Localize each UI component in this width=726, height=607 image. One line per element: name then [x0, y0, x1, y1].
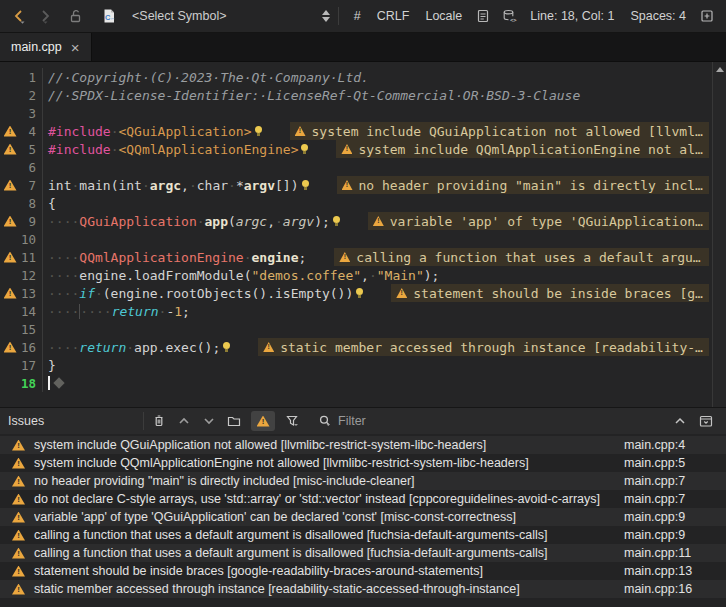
macro-expander-button[interactable]: #: [346, 9, 369, 23]
line-number[interactable]: 12: [20, 268, 42, 283]
code-line-1[interactable]: 1//·Copyright·(C)·2023·The·Qt·Company·Lt…: [0, 68, 726, 86]
code-line-11[interactable]: 11····QQmlApplicationEngine·engine;calli…: [0, 248, 726, 266]
issue-message: static member accessed through instance …: [34, 582, 624, 596]
close-panel-icon[interactable]: [698, 413, 714, 429]
issue-message: statement should be inside braces [googl…: [34, 564, 624, 578]
inline-annotation[interactable]: no header providing "main" is directly i…: [337, 176, 710, 194]
inline-annotation[interactable]: static member accessed through instance …: [258, 338, 709, 356]
tab-close-icon[interactable]: ×: [71, 40, 80, 55]
issue-row[interactable]: do not declare C-style arrays, use 'std:…: [0, 490, 726, 508]
issue-row[interactable]: system include QQmlApplicationEngine not…: [0, 454, 726, 472]
encoding-selector[interactable]: Locale: [417, 9, 470, 23]
gutter-warning-icon[interactable]: [4, 126, 17, 137]
show-warnings-toggle[interactable]: [251, 411, 275, 431]
code-line-3[interactable]: 3: [0, 104, 726, 122]
code-line-18[interactable]: 18: [0, 374, 726, 392]
inline-annotation[interactable]: variable 'app' of type 'QGuiApplication'…: [368, 212, 709, 230]
symbol-selector-dropdown[interactable]: <Select Symbol>: [126, 9, 331, 23]
gutter-warning-icon[interactable]: [4, 342, 17, 353]
issue-location: main.cpp:4: [624, 438, 726, 452]
refactor-hint-icon[interactable]: [302, 180, 309, 187]
code-token: QQmlApplicationEngine: [79, 250, 243, 265]
go-forward-button[interactable]: [32, 3, 58, 29]
line-number[interactable]: 8: [20, 196, 42, 211]
filter-input[interactable]: [338, 414, 458, 428]
refactor-hint-icon[interactable]: [301, 144, 308, 151]
line-number[interactable]: 17: [20, 358, 42, 373]
inline-annotation[interactable]: system include QGuiApplication not allow…: [290, 122, 709, 140]
cursor-position-indicator[interactable]: Line: 18, Col: 1: [522, 9, 622, 23]
gutter-warning-icon[interactable]: [4, 216, 17, 227]
tab-main-cpp[interactable]: main.cpp ×: [0, 33, 92, 61]
issue-row[interactable]: system include QGuiApplication not allow…: [0, 436, 726, 454]
line-number[interactable]: 10: [20, 232, 42, 247]
line-number[interactable]: 14: [20, 304, 42, 319]
issue-row[interactable]: variable 'app' of type 'QGuiApplication'…: [0, 508, 726, 526]
previous-issue-icon[interactable]: [176, 413, 192, 429]
pin-file-button[interactable]: [62, 3, 88, 29]
line-number[interactable]: 11: [20, 250, 42, 265]
code-line-4[interactable]: 4#include·<QGuiApplication>system includ…: [0, 122, 726, 140]
next-issue-icon[interactable]: [201, 413, 217, 429]
line-number[interactable]: 1: [20, 70, 42, 85]
line-number[interactable]: 15: [20, 322, 42, 337]
issue-row[interactable]: calling a function that uses a default a…: [0, 526, 726, 544]
filter-categories-icon[interactable]: [284, 413, 300, 429]
code-line-15[interactable]: 15: [0, 320, 726, 338]
indentation-indicator[interactable]: Spaces: 4: [622, 9, 694, 23]
code-line-17[interactable]: 17}: [0, 356, 726, 374]
line-number[interactable]: 2: [20, 88, 42, 103]
refactor-hint-icon[interactable]: [255, 126, 262, 133]
code-line-10[interactable]: 10: [0, 230, 726, 248]
line-number[interactable]: 6: [20, 160, 42, 175]
code-content: #include·<QQmlApplicationEngine>system i…: [43, 140, 709, 158]
line-ending-selector[interactable]: CRLF: [369, 9, 418, 23]
line-number[interactable]: 4: [20, 124, 42, 139]
code-line-16[interactable]: 16····return·app.exec();static member ac…: [0, 338, 726, 356]
line-number[interactable]: 13: [20, 286, 42, 301]
code-line-8[interactable]: 8{: [0, 194, 726, 212]
line-number[interactable]: 5: [20, 142, 42, 157]
editor-toolbar: C ↔ <Select Symbol> # CRLF Locale <> Lin…: [0, 0, 726, 33]
gutter-warning-icon[interactable]: [4, 144, 17, 155]
gutter-warning-icon[interactable]: [4, 180, 17, 191]
gutter-warning-icon[interactable]: [4, 252, 17, 263]
line-number[interactable]: 3: [20, 106, 42, 121]
split-editor-button[interactable]: [694, 8, 720, 24]
refactor-hint-icon[interactable]: [333, 216, 340, 223]
inline-annotation[interactable]: calling a function that uses a default a…: [334, 248, 709, 266]
issue-warning-icon: [12, 476, 25, 487]
issue-row[interactable]: no header providing "main" is directly i…: [0, 472, 726, 490]
issue-row[interactable]: static member accessed through instance …: [0, 580, 726, 598]
issue-row[interactable]: statement should be inside braces [googl…: [0, 562, 726, 580]
gutter-warning-icon[interactable]: [4, 288, 17, 299]
show-folder-icon[interactable]: [226, 413, 242, 429]
line-number[interactable]: 16: [20, 340, 42, 355]
code-line-6[interactable]: 6: [0, 158, 726, 176]
code-line-14[interactable]: 14········return·-1;: [0, 302, 726, 320]
line-number[interactable]: 7: [20, 178, 42, 193]
code-line-9[interactable]: 9····QGuiApplication·app(argc,·argv);var…: [0, 212, 726, 230]
refactor-hint-icon[interactable]: [356, 288, 363, 295]
line-number[interactable]: 18: [20, 376, 42, 391]
inline-annotation[interactable]: system include QQmlApplicationEngine not…: [336, 140, 709, 158]
line-number[interactable]: 9: [20, 214, 42, 229]
maximize-panel-icon[interactable]: [672, 413, 688, 429]
issues-filter-field[interactable]: [317, 413, 458, 429]
file-properties-button[interactable]: [470, 8, 496, 24]
scroll-up-arrow[interactable]: [713, 62, 726, 77]
code-line-13[interactable]: 13····if·(engine.rootObjects().isEmpty()…: [0, 284, 726, 302]
refactor-hint-icon[interactable]: [223, 342, 230, 349]
code-line-12[interactable]: 12····engine.loadFromModule("demos.coffe…: [0, 266, 726, 284]
code-line-7[interactable]: 7int·main(int·argc,·char·*argv[])no head…: [0, 176, 726, 194]
inline-annotation[interactable]: statement should be inside braces [googl…: [391, 284, 709, 302]
code-model-button[interactable]: <>: [496, 8, 522, 24]
issue-row[interactable]: calling a function that uses a default a…: [0, 544, 726, 562]
file-type-button[interactable]: C ↔: [96, 3, 122, 29]
code-editor[interactable]: 1//·Copyright·(C)·2023·The·Qt·Company·Lt…: [0, 62, 726, 407]
editor-scrollbar[interactable]: [712, 62, 726, 407]
code-line-5[interactable]: 5#include·<QQmlApplicationEngine>system …: [0, 140, 726, 158]
clear-issues-icon[interactable]: [151, 413, 167, 429]
code-line-2[interactable]: 2//·SPDX-License-Identifier:·LicenseRef-…: [0, 86, 726, 104]
go-back-button[interactable]: [6, 3, 32, 29]
